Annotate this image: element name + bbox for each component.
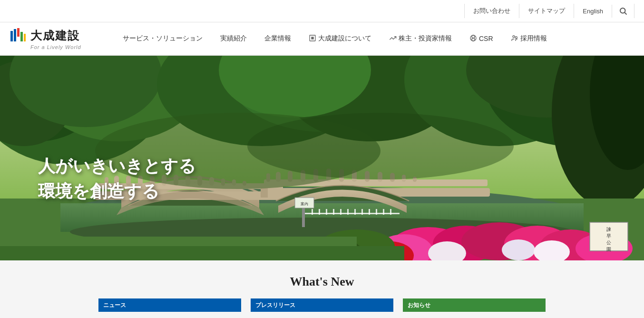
nav-about-taisei[interactable]: 大成建設について	[300, 22, 381, 55]
news-card-2[interactable]: プレスリリース	[251, 298, 393, 312]
svg-rect-69	[354, 209, 356, 215]
taisei-logo-icon	[10, 27, 27, 44]
whats-new-section: What's New ニュース プレスリリース お知らせ	[0, 260, 644, 317]
nav-achievements[interactable]: 実績紹介	[212, 22, 256, 55]
sitemap-link[interactable]: サイトマップ	[519, 4, 574, 18]
svg-text:公: 公	[606, 240, 611, 245]
news-cards-container: ニュース プレスリリース お知らせ	[0, 298, 644, 312]
nav-recruitment[interactable]: 採用情報	[502, 22, 556, 55]
logo-tagline: For a Lively World	[30, 44, 81, 50]
svg-rect-2	[10, 31, 13, 41]
svg-rect-71	[369, 209, 370, 215]
news-card-3[interactable]: お知らせ	[403, 298, 546, 312]
svg-rect-61	[261, 188, 268, 198]
nav-services[interactable]: サービス・ソリューション	[114, 22, 212, 55]
hero-text-overlay: 人がいきいきとする 環境を創造する	[38, 155, 196, 203]
logo-area[interactable]: 大成建設 For a Lively World	[10, 27, 95, 50]
svg-rect-4	[17, 28, 20, 37]
svg-point-101	[247, 113, 514, 179]
search-button[interactable]	[612, 4, 634, 18]
logo-text-japanese: 大成建設	[30, 28, 80, 43]
svg-rect-67	[340, 209, 342, 215]
hero-text-line1: 人がいきいきとする	[38, 155, 196, 178]
svg-rect-65	[326, 209, 327, 215]
news-card-tag-3: お知らせ	[403, 298, 546, 312]
svg-point-9	[513, 35, 515, 37]
contact-link[interactable]: お問い合わせ	[464, 4, 519, 18]
people-icon	[511, 34, 518, 43]
whats-new-title: What's New	[0, 275, 644, 289]
site-header: 大成建設 For a Lively World サービス・ソリューション 実績紹…	[0, 22, 644, 56]
svg-point-10	[515, 36, 517, 38]
news-card-tag-2: プレスリリース	[251, 298, 393, 312]
news-card-tag-1: ニュース	[98, 298, 241, 312]
hero-text-line2: 環境を創造する	[38, 180, 196, 203]
svg-rect-64	[319, 209, 320, 215]
svg-rect-73	[383, 209, 384, 215]
svg-text:早: 早	[606, 233, 611, 238]
english-link[interactable]: English	[574, 5, 612, 18]
hero-section: 諫 早 公 園 案内 人がいきいきとする 環境を創造する	[0, 56, 644, 260]
svg-rect-103	[0, 246, 404, 260]
top-utility-bar: お問い合わせ サイトマップ English	[0, 0, 644, 22]
main-navigation: サービス・ソリューション 実績紹介 企業情報 大成建設について	[114, 22, 634, 55]
building-icon	[309, 34, 316, 43]
news-card-1[interactable]: ニュース	[98, 298, 241, 312]
svg-rect-66	[333, 209, 334, 215]
search-icon	[619, 7, 627, 15]
svg-text:諫: 諫	[606, 227, 611, 232]
svg-line-1	[624, 12, 626, 14]
svg-rect-63	[312, 209, 313, 215]
svg-point-83	[502, 239, 535, 260]
nav-company-info[interactable]: 企業情報	[256, 22, 300, 55]
csr-icon	[469, 34, 477, 43]
svg-rect-72	[376, 209, 377, 215]
svg-rect-6	[24, 34, 26, 41]
chart-icon	[389, 34, 397, 43]
nav-investor[interactable]: 株主・投資家情報	[381, 22, 461, 55]
svg-text:案内: 案内	[301, 202, 308, 206]
svg-rect-74	[390, 209, 391, 215]
svg-point-0	[620, 8, 625, 13]
svg-text:園: 園	[606, 247, 611, 252]
svg-rect-5	[20, 32, 23, 41]
nav-csr[interactable]: CSR	[461, 22, 502, 55]
svg-rect-68	[347, 209, 349, 215]
svg-rect-70	[361, 209, 363, 215]
svg-rect-3	[14, 29, 16, 41]
